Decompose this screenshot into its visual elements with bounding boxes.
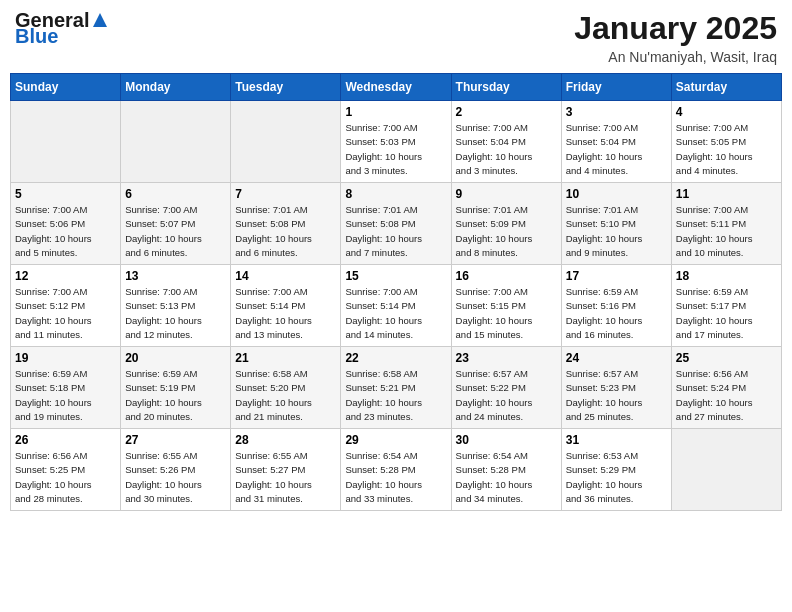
day-number: 10 — [566, 187, 667, 201]
calendar-subtitle: An Nu'maniyah, Wasit, Iraq — [574, 49, 777, 65]
day-number: 28 — [235, 433, 336, 447]
day-number: 31 — [566, 433, 667, 447]
day-number: 19 — [15, 351, 116, 365]
day-number: 26 — [15, 433, 116, 447]
calendar-week-3: 12Sunrise: 7:00 AMSunset: 5:12 PMDayligh… — [11, 265, 782, 347]
calendar-cell: 2Sunrise: 7:00 AMSunset: 5:04 PMDaylight… — [451, 101, 561, 183]
day-number: 25 — [676, 351, 777, 365]
weekday-header-thursday: Thursday — [451, 74, 561, 101]
day-number: 3 — [566, 105, 667, 119]
day-number: 11 — [676, 187, 777, 201]
day-detail: Sunrise: 6:55 AMSunset: 5:27 PMDaylight:… — [235, 449, 336, 506]
calendar-cell: 3Sunrise: 7:00 AMSunset: 5:04 PMDaylight… — [561, 101, 671, 183]
day-number: 8 — [345, 187, 446, 201]
logo: General Blue — [15, 10, 109, 46]
calendar-cell: 25Sunrise: 6:56 AMSunset: 5:24 PMDayligh… — [671, 347, 781, 429]
day-number: 29 — [345, 433, 446, 447]
day-detail: Sunrise: 6:59 AMSunset: 5:18 PMDaylight:… — [15, 367, 116, 424]
day-detail: Sunrise: 7:00 AMSunset: 5:13 PMDaylight:… — [125, 285, 226, 342]
day-number: 6 — [125, 187, 226, 201]
day-number: 30 — [456, 433, 557, 447]
day-detail: Sunrise: 7:01 AMSunset: 5:10 PMDaylight:… — [566, 203, 667, 260]
weekday-header-wednesday: Wednesday — [341, 74, 451, 101]
calendar-cell: 15Sunrise: 7:00 AMSunset: 5:14 PMDayligh… — [341, 265, 451, 347]
day-number: 5 — [15, 187, 116, 201]
day-detail: Sunrise: 6:57 AMSunset: 5:23 PMDaylight:… — [566, 367, 667, 424]
day-detail: Sunrise: 7:00 AMSunset: 5:06 PMDaylight:… — [15, 203, 116, 260]
day-number: 14 — [235, 269, 336, 283]
calendar-cell: 27Sunrise: 6:55 AMSunset: 5:26 PMDayligh… — [121, 429, 231, 511]
calendar-week-5: 26Sunrise: 6:56 AMSunset: 5:25 PMDayligh… — [11, 429, 782, 511]
day-detail: Sunrise: 6:54 AMSunset: 5:28 PMDaylight:… — [456, 449, 557, 506]
calendar-cell: 6Sunrise: 7:00 AMSunset: 5:07 PMDaylight… — [121, 183, 231, 265]
calendar-cell: 1Sunrise: 7:00 AMSunset: 5:03 PMDaylight… — [341, 101, 451, 183]
calendar-cell: 14Sunrise: 7:00 AMSunset: 5:14 PMDayligh… — [231, 265, 341, 347]
calendar-week-4: 19Sunrise: 6:59 AMSunset: 5:18 PMDayligh… — [11, 347, 782, 429]
day-detail: Sunrise: 7:01 AMSunset: 5:09 PMDaylight:… — [456, 203, 557, 260]
weekday-header-monday: Monday — [121, 74, 231, 101]
calendar-cell: 17Sunrise: 6:59 AMSunset: 5:16 PMDayligh… — [561, 265, 671, 347]
calendar-cell: 22Sunrise: 6:58 AMSunset: 5:21 PMDayligh… — [341, 347, 451, 429]
day-number: 2 — [456, 105, 557, 119]
calendar-cell: 12Sunrise: 7:00 AMSunset: 5:12 PMDayligh… — [11, 265, 121, 347]
calendar-cell — [671, 429, 781, 511]
day-detail: Sunrise: 7:00 AMSunset: 5:11 PMDaylight:… — [676, 203, 777, 260]
day-number: 16 — [456, 269, 557, 283]
day-detail: Sunrise: 7:00 AMSunset: 5:14 PMDaylight:… — [235, 285, 336, 342]
calendar-cell: 24Sunrise: 6:57 AMSunset: 5:23 PMDayligh… — [561, 347, 671, 429]
day-number: 23 — [456, 351, 557, 365]
day-number: 1 — [345, 105, 446, 119]
calendar-week-1: 1Sunrise: 7:00 AMSunset: 5:03 PMDaylight… — [11, 101, 782, 183]
day-number: 13 — [125, 269, 226, 283]
day-number: 21 — [235, 351, 336, 365]
calendar-week-2: 5Sunrise: 7:00 AMSunset: 5:06 PMDaylight… — [11, 183, 782, 265]
calendar-title: January 2025 — [574, 10, 777, 47]
day-number: 17 — [566, 269, 667, 283]
calendar-cell — [11, 101, 121, 183]
calendar-cell: 30Sunrise: 6:54 AMSunset: 5:28 PMDayligh… — [451, 429, 561, 511]
calendar-cell: 31Sunrise: 6:53 AMSunset: 5:29 PMDayligh… — [561, 429, 671, 511]
calendar-cell: 19Sunrise: 6:59 AMSunset: 5:18 PMDayligh… — [11, 347, 121, 429]
day-number: 9 — [456, 187, 557, 201]
logo-blue: Blue — [15, 26, 109, 46]
calendar-table: SundayMondayTuesdayWednesdayThursdayFrid… — [10, 73, 782, 511]
day-detail: Sunrise: 7:00 AMSunset: 5:14 PMDaylight:… — [345, 285, 446, 342]
day-detail: Sunrise: 7:00 AMSunset: 5:05 PMDaylight:… — [676, 121, 777, 178]
day-detail: Sunrise: 6:56 AMSunset: 5:25 PMDaylight:… — [15, 449, 116, 506]
calendar-cell: 10Sunrise: 7:01 AMSunset: 5:10 PMDayligh… — [561, 183, 671, 265]
calendar-cell: 16Sunrise: 7:00 AMSunset: 5:15 PMDayligh… — [451, 265, 561, 347]
day-detail: Sunrise: 7:00 AMSunset: 5:04 PMDaylight:… — [456, 121, 557, 178]
day-detail: Sunrise: 7:00 AMSunset: 5:15 PMDaylight:… — [456, 285, 557, 342]
calendar-cell: 7Sunrise: 7:01 AMSunset: 5:08 PMDaylight… — [231, 183, 341, 265]
calendar-cell — [121, 101, 231, 183]
day-detail: Sunrise: 6:59 AMSunset: 5:17 PMDaylight:… — [676, 285, 777, 342]
day-detail: Sunrise: 6:55 AMSunset: 5:26 PMDaylight:… — [125, 449, 226, 506]
calendar-cell: 20Sunrise: 6:59 AMSunset: 5:19 PMDayligh… — [121, 347, 231, 429]
day-detail: Sunrise: 6:53 AMSunset: 5:29 PMDaylight:… — [566, 449, 667, 506]
svg-marker-0 — [93, 13, 107, 27]
day-detail: Sunrise: 6:59 AMSunset: 5:19 PMDaylight:… — [125, 367, 226, 424]
calendar-cell: 13Sunrise: 7:00 AMSunset: 5:13 PMDayligh… — [121, 265, 231, 347]
weekday-header-saturday: Saturday — [671, 74, 781, 101]
calendar-header: General Blue January 2025 An Nu'maniyah,… — [10, 10, 782, 65]
weekday-header-row: SundayMondayTuesdayWednesdayThursdayFrid… — [11, 74, 782, 101]
calendar-cell: 18Sunrise: 6:59 AMSunset: 5:17 PMDayligh… — [671, 265, 781, 347]
day-detail: Sunrise: 7:01 AMSunset: 5:08 PMDaylight:… — [345, 203, 446, 260]
day-detail: Sunrise: 7:00 AMSunset: 5:12 PMDaylight:… — [15, 285, 116, 342]
weekday-header-tuesday: Tuesday — [231, 74, 341, 101]
title-area: January 2025 An Nu'maniyah, Wasit, Iraq — [574, 10, 777, 65]
day-detail: Sunrise: 7:00 AMSunset: 5:03 PMDaylight:… — [345, 121, 446, 178]
day-detail: Sunrise: 6:58 AMSunset: 5:21 PMDaylight:… — [345, 367, 446, 424]
day-detail: Sunrise: 6:58 AMSunset: 5:20 PMDaylight:… — [235, 367, 336, 424]
calendar-cell: 21Sunrise: 6:58 AMSunset: 5:20 PMDayligh… — [231, 347, 341, 429]
calendar-cell: 8Sunrise: 7:01 AMSunset: 5:08 PMDaylight… — [341, 183, 451, 265]
day-number: 27 — [125, 433, 226, 447]
day-detail: Sunrise: 7:00 AMSunset: 5:04 PMDaylight:… — [566, 121, 667, 178]
day-detail: Sunrise: 6:59 AMSunset: 5:16 PMDaylight:… — [566, 285, 667, 342]
calendar-cell: 29Sunrise: 6:54 AMSunset: 5:28 PMDayligh… — [341, 429, 451, 511]
day-number: 20 — [125, 351, 226, 365]
calendar-cell: 4Sunrise: 7:00 AMSunset: 5:05 PMDaylight… — [671, 101, 781, 183]
calendar-cell: 26Sunrise: 6:56 AMSunset: 5:25 PMDayligh… — [11, 429, 121, 511]
day-number: 4 — [676, 105, 777, 119]
day-number: 24 — [566, 351, 667, 365]
